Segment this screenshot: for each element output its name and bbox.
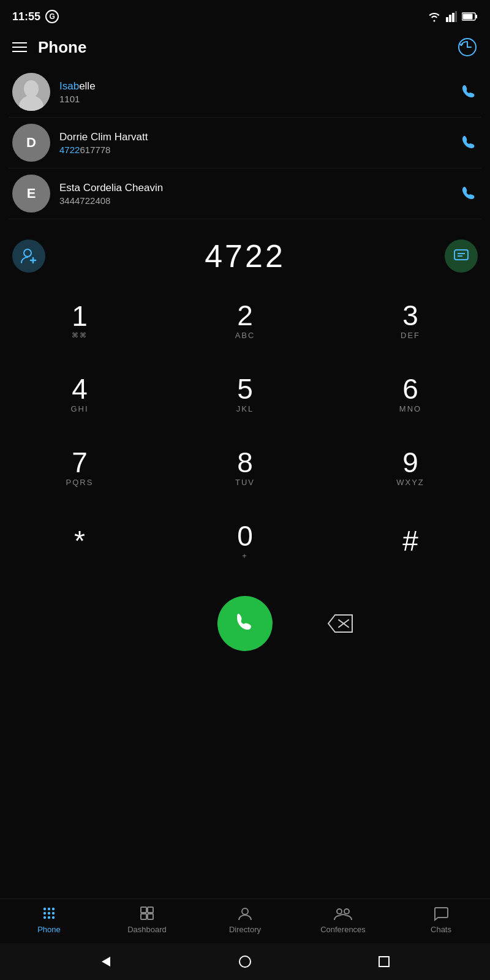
- key-5[interactable]: 5 JKL: [184, 360, 306, 428]
- svg-rect-0: [446, 17, 448, 22]
- action-row: [0, 587, 490, 660]
- dialpad-row-2: 4 GHI 5 JKL 6 MNO: [18, 360, 472, 428]
- svg-point-24: [52, 912, 55, 914]
- status-right: [428, 11, 478, 22]
- status-time: 11:55: [12, 10, 40, 23]
- contacts-list: Isabelle 1101 D Dorrie Clim Harvatt 4722…: [0, 67, 490, 219]
- back-button[interactable]: [99, 955, 113, 968]
- contact-avatar-dorrie: D: [12, 124, 50, 162]
- phone-icon-esta: [461, 185, 478, 202]
- recents-button[interactable]: [377, 955, 391, 968]
- key-2[interactable]: 2 ABC: [184, 287, 306, 354]
- dialpad-row-4: * 0 + #: [18, 507, 472, 575]
- nav-label-dashboard: Dashboard: [127, 925, 167, 934]
- svg-rect-5: [476, 15, 478, 18]
- contact-item-dorrie[interactable]: D Dorrie Clim Harvatt 4722617778: [9, 118, 481, 168]
- nav-item-directory[interactable]: Directory: [196, 905, 294, 934]
- svg-rect-3: [455, 11, 457, 22]
- svg-rect-31: [148, 914, 153, 919]
- system-nav: [0, 943, 490, 980]
- svg-rect-29: [148, 907, 153, 913]
- call-icon: [233, 611, 257, 636]
- contact-avatar-esta: E: [12, 175, 50, 213]
- nav-label-phone: Phone: [37, 925, 61, 934]
- key-0[interactable]: 0 +: [184, 507, 306, 575]
- key-6[interactable]: 6 MNO: [349, 360, 472, 428]
- phone-icon-dorrie: [461, 134, 478, 151]
- svg-marker-35: [102, 957, 110, 967]
- key-8[interactable]: 8 TUV: [184, 434, 306, 501]
- app-header: Phone: [0, 31, 490, 67]
- contact-name-dorrie: Dorrie Clim Harvatt: [59, 131, 461, 143]
- key-7[interactable]: 7 PQRS: [18, 434, 141, 501]
- dial-number-display: 4722: [45, 238, 445, 274]
- svg-point-19: [43, 908, 46, 910]
- key-hash[interactable]: #: [349, 507, 472, 575]
- add-contact-button[interactable]: [12, 239, 45, 273]
- nav-chats-icon: [433, 905, 449, 921]
- status-bar: 11:55 G: [0, 0, 490, 31]
- call-button[interactable]: [217, 596, 273, 651]
- nav-label-chats: Chats: [431, 925, 451, 934]
- backspace-icon: [326, 614, 353, 633]
- svg-point-21: [52, 908, 55, 910]
- key-3[interactable]: 3 DEF: [349, 287, 472, 354]
- nav-dashboard-icon: [139, 905, 155, 921]
- signal-icon: [446, 11, 457, 22]
- home-button[interactable]: [238, 955, 252, 968]
- avatar-photo-isabelle: [12, 73, 50, 111]
- contact-avatar-isabelle: [12, 73, 50, 111]
- call-button-esta[interactable]: [461, 185, 478, 202]
- svg-point-23: [48, 912, 50, 914]
- message-icon: [453, 247, 470, 265]
- menu-button[interactable]: [12, 42, 27, 52]
- history-button[interactable]: [457, 37, 478, 58]
- contact-info-dorrie: Dorrie Clim Harvatt 4722617778: [59, 131, 461, 155]
- contact-item-isabelle[interactable]: Isabelle 1101: [9, 67, 481, 118]
- bottom-nav: Phone Dashboard Directory Conferences: [0, 899, 490, 943]
- dial-display: 4722: [0, 225, 490, 281]
- key-1[interactable]: 1 ⌘⌘: [18, 287, 141, 354]
- key-4[interactable]: 4 GHI: [18, 360, 141, 428]
- page-title: Phone: [38, 38, 86, 57]
- header-left: Phone: [12, 38, 86, 57]
- nav-label-conferences: Conferences: [320, 925, 366, 934]
- contact-info-esta: Esta Cordelia Cheavin 3444722408: [59, 182, 461, 206]
- svg-point-25: [43, 916, 46, 919]
- nav-item-conferences[interactable]: Conferences: [294, 905, 392, 934]
- nav-label-directory: Directory: [229, 925, 261, 934]
- contact-number-dorrie: 4722617778: [59, 145, 461, 155]
- dialpad-row-3: 7 PQRS 8 TUV 9 WXYZ: [18, 434, 472, 501]
- message-button[interactable]: [445, 239, 478, 273]
- contact-info-isabelle: Isabelle 1101: [59, 80, 461, 104]
- nav-conferences-icon: [334, 905, 352, 921]
- key-star[interactable]: *: [18, 507, 141, 575]
- history-icon: [457, 37, 478, 58]
- nav-item-chats[interactable]: Chats: [392, 905, 490, 934]
- svg-point-33: [337, 909, 342, 914]
- svg-rect-6: [463, 14, 473, 20]
- key-9[interactable]: 9 WXYZ: [349, 434, 472, 501]
- contact-number-isabelle: 1101: [59, 94, 461, 104]
- contact-name-esta: Esta Cordelia Cheavin: [59, 182, 461, 194]
- home-circle-icon: [238, 955, 252, 968]
- g-icon: G: [45, 10, 59, 23]
- delete-button[interactable]: [322, 605, 358, 642]
- nav-item-dashboard[interactable]: Dashboard: [98, 905, 196, 934]
- contact-name-isabelle: Isabelle: [59, 80, 461, 92]
- call-button-dorrie[interactable]: [461, 134, 478, 151]
- dialpad: 1 ⌘⌘ 2 ABC 3 DEF 4 GHI 5 JKL 6 MNO 7 PQR…: [0, 281, 490, 587]
- back-arrow-icon: [99, 955, 113, 968]
- nav-directory-icon: [237, 905, 253, 921]
- wifi-icon: [428, 11, 441, 22]
- status-left: 11:55 G: [12, 10, 59, 23]
- call-button-isabelle[interactable]: [461, 83, 478, 100]
- svg-point-32: [242, 908, 248, 914]
- svg-rect-2: [452, 13, 454, 22]
- recents-square-icon: [377, 955, 391, 968]
- svg-rect-1: [449, 15, 451, 22]
- contact-item-esta[interactable]: E Esta Cordelia Cheavin 3444722408: [9, 168, 481, 219]
- nav-item-phone[interactable]: Phone: [0, 905, 98, 934]
- svg-point-11: [24, 249, 31, 257]
- svg-point-9: [24, 80, 39, 97]
